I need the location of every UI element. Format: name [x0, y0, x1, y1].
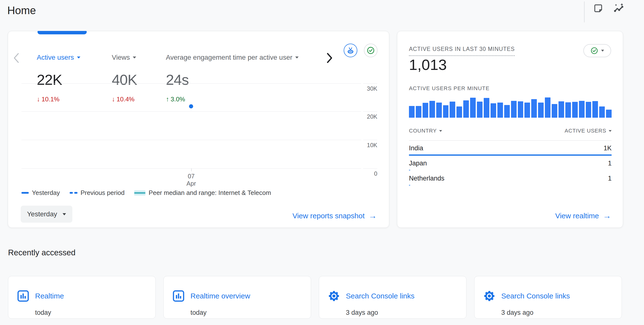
minute-bar[interactable] — [484, 98, 489, 118]
minute-bar[interactable] — [579, 101, 584, 118]
minute-bar[interactable] — [531, 99, 537, 118]
recently-accessed-heading: Recently accessed — [8, 248, 76, 257]
recent-card-title: Search Console links — [346, 292, 414, 300]
minute-bar[interactable] — [409, 106, 414, 118]
minute-bar[interactable] — [572, 102, 578, 118]
minute-bar[interactable] — [416, 106, 422, 118]
header-actions — [592, 2, 624, 14]
metric-delta: ↓ 10.4% — [112, 96, 137, 103]
minute-bar[interactable] — [558, 101, 564, 118]
gear-icon — [483, 290, 496, 302]
minute-bar[interactable] — [436, 102, 442, 118]
view-reports-snapshot-link[interactable]: View reports snapshot → — [292, 211, 377, 220]
minute-bar[interactable] — [511, 101, 516, 118]
minute-bar[interactable] — [497, 102, 503, 118]
minute-bar[interactable] — [477, 102, 482, 118]
metric-label: Average engagement time per active user — [166, 52, 298, 62]
minute-bar[interactable] — [524, 102, 530, 118]
chevron-down-icon — [62, 213, 66, 215]
minute-bar[interactable] — [592, 101, 598, 118]
minute-bar[interactable] — [470, 98, 476, 118]
metric-value: 22K — [37, 71, 80, 89]
minute-bar[interactable] — [443, 105, 449, 118]
gridline-20k — [22, 111, 361, 112]
minute-bar[interactable] — [565, 102, 571, 118]
gridline-30k — [22, 83, 361, 84]
page-title: Home — [7, 4, 36, 16]
metric-label: Views — [112, 52, 137, 62]
yesterday-data-point[interactable] — [189, 104, 193, 108]
minute-bar[interactable] — [463, 100, 469, 118]
realtime-status-dropdown[interactable] — [583, 44, 611, 57]
arrow-down-icon: ↓ — [37, 96, 40, 103]
x-axis-label-day: 07 — [179, 172, 204, 180]
minute-bar[interactable] — [504, 105, 510, 118]
recent-card-title: Realtime overview — [190, 292, 250, 300]
x-axis-label-month: Apr — [179, 180, 204, 187]
country-column-header[interactable]: COUNTRY — [409, 128, 442, 134]
minute-bar[interactable] — [422, 103, 428, 118]
recent-card-search-console-links[interactable]: Search Console links 3 days ago — [319, 276, 466, 319]
carousel-prev-button[interactable] — [11, 50, 22, 66]
chevron-down-icon — [609, 130, 612, 132]
minute-bar[interactable] — [490, 103, 496, 118]
minute-bar[interactable] — [599, 106, 605, 118]
date-range-dropdown[interactable]: Yesterday — [21, 206, 72, 223]
chart-legend: Yesterday Previous period Peer median an… — [22, 189, 271, 196]
gear-icon — [328, 290, 340, 302]
arrow-down-icon: ↓ — [112, 96, 115, 103]
recent-card-subtitle: today — [190, 309, 206, 316]
country-value: 1 — [608, 160, 612, 167]
recent-card-realtime-overview[interactable]: Realtime overview today — [164, 276, 311, 319]
minute-bar[interactable] — [430, 101, 435, 118]
country-table: India 1K Japan 1 Netherlands 1 — [409, 140, 612, 186]
table-row: Japan 1 — [409, 156, 612, 171]
minute-bar[interactable] — [538, 102, 544, 118]
table-row: India 1K — [409, 140, 612, 156]
minute-bar[interactable] — [545, 98, 550, 118]
carousel-next-button[interactable] — [324, 50, 336, 66]
minute-bar[interactable] — [518, 101, 524, 118]
metric-value: 24s — [166, 71, 298, 89]
minute-bar[interactable] — [456, 106, 462, 118]
metric-delta: ↑ 3.0% — [166, 96, 298, 103]
active-users-column-header[interactable]: ACTIVE USERS — [564, 128, 612, 134]
bar-chart-icon — [172, 290, 185, 302]
gridline-10k — [22, 140, 361, 140]
minute-bar[interactable] — [606, 110, 612, 118]
country-name: India — [409, 144, 423, 152]
minute-bar[interactable] — [586, 102, 592, 118]
reports-snapshot-card: Active users 22K ↓ 10.1% Views 40K ↓ 10.… — [8, 31, 389, 228]
metric-label: Active users — [37, 52, 80, 62]
metric-tab-views[interactable]: Views 40K ↓ 10.4% — [112, 52, 137, 103]
chevron-down-icon — [295, 56, 298, 58]
carousel-position-indicator — [38, 31, 87, 34]
check-circle-icon — [590, 47, 598, 54]
view-realtime-link[interactable]: View realtime → — [555, 211, 611, 220]
realtime-card: ACTIVE USERS IN LAST 30 MINUTES 1,013 AC… — [397, 31, 623, 228]
minute-bar[interactable] — [552, 104, 557, 118]
minute-bar[interactable] — [450, 102, 455, 118]
country-value: 1 — [608, 175, 612, 182]
table-row: Netherlands 1 — [409, 171, 612, 186]
notes-icon[interactable] — [592, 2, 604, 14]
recent-card-subtitle: 3 days ago — [501, 309, 534, 316]
benchmarking-medal-icon[interactable] — [344, 44, 357, 57]
per-minute-bars — [409, 97, 612, 118]
metric-tab-active-users[interactable]: Active users 22K ↓ 10.1% — [37, 52, 80, 103]
data-quality-check-icon[interactable] — [364, 44, 378, 57]
metric-tab-avg-engagement-time[interactable]: Average engagement time per active user … — [166, 52, 298, 103]
insights-icon[interactable] — [613, 2, 624, 14]
recent-card-realtime[interactable]: Realtime today — [8, 276, 156, 319]
country-name: Netherlands — [409, 175, 444, 182]
country-name: Japan — [409, 160, 427, 167]
country-bar — [409, 185, 410, 186]
arrow-right-icon: → — [603, 211, 611, 220]
header-divider — [584, 2, 584, 22]
arrow-up-icon: ↑ — [166, 96, 169, 103]
metric-delta: ↓ 10.1% — [37, 96, 80, 103]
arrow-right-icon: → — [368, 211, 377, 220]
realtime-title[interactable]: ACTIVE USERS IN LAST 30 MINUTES — [409, 46, 515, 56]
recent-card-search-console-links-2[interactable]: Search Console links 3 days ago — [474, 276, 622, 319]
country-value: 1K — [604, 144, 612, 152]
